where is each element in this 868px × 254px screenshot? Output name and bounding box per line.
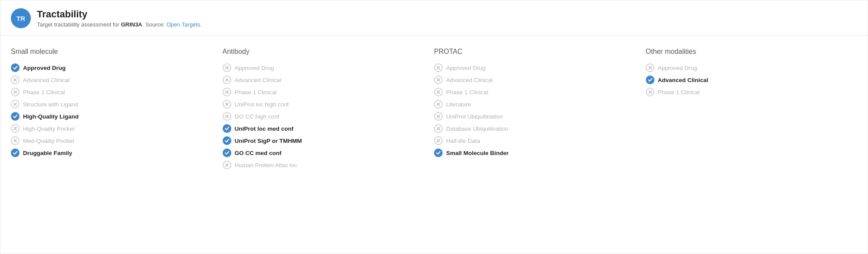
list-item: Phase 1 Clinical	[11, 88, 214, 96]
item-label: UniProt SigP or TMHMM	[235, 138, 302, 144]
x-icon	[11, 88, 20, 96]
x-icon	[223, 161, 231, 169]
x-icon	[434, 136, 443, 145]
x-icon	[434, 88, 443, 96]
item-label: Phase 1 Clinical	[446, 89, 488, 96]
item-label: Phase 1 Clinical	[23, 89, 65, 96]
item-label: Advanced Clinical	[658, 77, 708, 83]
list-item: Advanced Clinical	[11, 76, 214, 84]
check-icon	[11, 63, 20, 72]
list-item: GO CC high conf	[223, 112, 426, 121]
x-icon	[434, 112, 443, 121]
panel-description: Target tractability assessment for GRIN3…	[37, 21, 202, 28]
check-icon	[646, 76, 654, 84]
panel-header: TR Tractability Target tractability asse…	[0, 0, 868, 36]
item-label: Structure with Ligand	[23, 101, 78, 108]
list-item: High-Quality Pocket	[11, 124, 214, 133]
column-title-antibody: Antibody	[223, 48, 426, 56]
list-item: UniProt SigP or TMHMM	[223, 136, 426, 145]
check-icon	[223, 136, 231, 145]
x-icon	[646, 88, 654, 96]
list-item: Small Molecule Binder	[434, 148, 637, 157]
item-list-small-molecule: Approved DrugAdvanced ClinicalPhase 1 Cl…	[11, 63, 214, 157]
tractability-panel: TR Tractability Target tractability asse…	[0, 0, 868, 254]
item-label: Approved Drug	[23, 65, 66, 71]
source-link[interactable]: Open Targets.	[166, 21, 201, 28]
column-antibody: AntibodyApproved DrugAdvanced ClinicalPh…	[223, 48, 434, 169]
check-icon	[223, 148, 231, 157]
item-label: Advanced Clinical	[23, 77, 69, 83]
item-label: Small Molecule Binder	[446, 150, 509, 156]
check-icon	[11, 148, 20, 157]
column-other-modalities: Other modalitiesApproved DrugAdvanced Cl…	[646, 48, 858, 169]
item-label: UniProt loc high conf	[235, 101, 289, 108]
item-label: Approved Drug	[235, 65, 274, 71]
check-icon	[434, 148, 443, 157]
column-title-protac: PROTAC	[434, 48, 637, 56]
list-item: Phase 1 Clinical	[223, 88, 426, 96]
check-icon	[11, 112, 20, 121]
item-label: Approved Drug	[658, 65, 697, 71]
item-label: GO CC med conf	[235, 150, 282, 156]
x-icon	[223, 100, 231, 109]
list-item: Approved Drug	[11, 63, 214, 72]
list-item: Approved Drug	[646, 63, 858, 72]
list-item: Advanced Clinical	[434, 76, 637, 84]
list-item: UniProt loc high conf	[223, 100, 426, 109]
item-list-protac: Approved DrugAdvanced ClinicalPhase 1 Cl…	[434, 63, 637, 157]
list-item: Advanced Clinical	[646, 76, 858, 84]
x-icon	[646, 63, 654, 72]
avatar-initials: TR	[16, 15, 25, 22]
item-label: High-Quality Ligand	[23, 113, 79, 120]
header-text: Tractability Target tractability assessm…	[37, 9, 202, 27]
list-item: GO CC med conf	[223, 148, 426, 157]
list-item: High-Quality Ligand	[11, 112, 214, 121]
list-item: Phase 1 Clinical	[646, 88, 858, 96]
check-icon	[223, 124, 231, 133]
list-item: Med-Quality Pocket	[11, 136, 214, 145]
list-item: Human Protein Atlas loc	[223, 161, 426, 169]
x-icon	[434, 100, 443, 109]
column-title-small-molecule: Small molecule	[11, 48, 214, 56]
avatar: TR	[11, 8, 31, 28]
item-label: Phase 1 Clinical	[658, 89, 700, 96]
item-label: Half-life Data	[446, 138, 480, 144]
list-item: Approved Drug	[434, 63, 637, 72]
item-label: UniProt loc med conf	[235, 125, 294, 132]
item-label: Med-Quality Pocket	[23, 138, 74, 144]
item-label: Advanced Clinical	[446, 77, 493, 83]
item-label: UniProt Ubiquitination	[446, 113, 503, 120]
item-label: Approved Drug	[446, 65, 486, 71]
x-icon	[434, 63, 443, 72]
list-item: Approved Drug	[223, 63, 426, 72]
list-item: Literature	[434, 100, 637, 109]
list-item: Structure with Ligand	[11, 100, 214, 109]
item-label: GO CC high conf	[235, 113, 279, 120]
column-small-molecule: Small moleculeApproved DrugAdvanced Clin…	[11, 48, 223, 169]
x-icon	[434, 76, 443, 84]
x-icon	[223, 88, 231, 96]
item-list-antibody: Approved DrugAdvanced ClinicalPhase 1 Cl…	[223, 63, 426, 169]
item-label: Human Protein Atlas loc	[235, 162, 297, 168]
list-item: UniProt Ubiquitination	[434, 112, 637, 121]
x-icon	[434, 124, 443, 133]
list-item: Half-life Data	[434, 136, 637, 145]
x-icon	[223, 112, 231, 121]
column-title-other-modalities: Other modalities	[646, 48, 858, 56]
item-label: Advanced Clinical	[235, 77, 281, 83]
list-item: UniProt loc med conf	[223, 124, 426, 133]
x-icon	[223, 76, 231, 84]
panel-title: Tractability	[37, 9, 202, 20]
column-protac: PROTACApproved DrugAdvanced ClinicalPhas…	[434, 48, 646, 169]
x-icon	[11, 100, 20, 109]
list-item: Database Ubiquitination	[434, 124, 637, 133]
list-item: Advanced Clinical	[223, 76, 426, 84]
item-label: High-Quality Pocket	[23, 125, 75, 132]
item-label: Literature	[446, 101, 471, 108]
x-icon	[11, 136, 20, 145]
item-label: Database Ubiquitination	[446, 125, 508, 132]
content-grid: Small moleculeApproved DrugAdvanced Clin…	[0, 36, 868, 181]
x-icon	[11, 76, 20, 84]
list-item: Phase 1 Clinical	[434, 88, 637, 96]
list-item: Druggable Family	[11, 148, 214, 157]
